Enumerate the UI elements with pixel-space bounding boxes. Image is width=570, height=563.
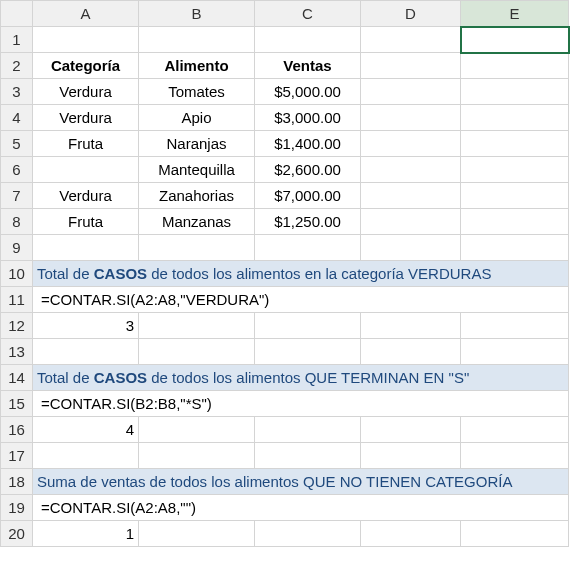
cell-E4[interactable] bbox=[461, 105, 569, 131]
cell-A9[interactable] bbox=[33, 235, 139, 261]
cell-C17[interactable] bbox=[255, 443, 361, 469]
cell-B12[interactable] bbox=[139, 313, 255, 339]
row-header-5[interactable]: 5 bbox=[1, 131, 33, 157]
cell-D16[interactable] bbox=[361, 417, 461, 443]
cell-D3[interactable] bbox=[361, 79, 461, 105]
cell-A6[interactable] bbox=[33, 157, 139, 183]
cell-C12[interactable] bbox=[255, 313, 361, 339]
cell-C9[interactable] bbox=[255, 235, 361, 261]
result-2[interactable]: 4 bbox=[33, 417, 139, 443]
col-header-E[interactable]: E bbox=[461, 1, 569, 27]
banner-1[interactable]: Total de CASOS de todos los alimentos en… bbox=[33, 261, 569, 287]
cell-D13[interactable] bbox=[361, 339, 461, 365]
cell-B4[interactable]: Apio bbox=[139, 105, 255, 131]
cell-E16[interactable] bbox=[461, 417, 569, 443]
formula-3[interactable]: =CONTAR.SI(A2:A8,"") bbox=[33, 495, 569, 521]
result-1[interactable]: 3 bbox=[33, 313, 139, 339]
cell-E17[interactable] bbox=[461, 443, 569, 469]
cell-A3[interactable]: Verdura bbox=[33, 79, 139, 105]
cell-C8[interactable]: $1,250.00 bbox=[255, 209, 361, 235]
banner-3[interactable]: Suma de ventas de todos los alimentos QU… bbox=[33, 469, 569, 495]
select-all-corner[interactable] bbox=[1, 1, 33, 27]
cell-A5[interactable]: Fruta bbox=[33, 131, 139, 157]
cell-C20[interactable] bbox=[255, 521, 361, 547]
cell-E3[interactable] bbox=[461, 79, 569, 105]
row-header-17[interactable]: 17 bbox=[1, 443, 33, 469]
row-header-2[interactable]: 2 bbox=[1, 53, 33, 79]
cell-B16[interactable] bbox=[139, 417, 255, 443]
cell-D20[interactable] bbox=[361, 521, 461, 547]
cell-E9[interactable] bbox=[461, 235, 569, 261]
row-header-7[interactable]: 7 bbox=[1, 183, 33, 209]
cell-A13[interactable] bbox=[33, 339, 139, 365]
cell-D5[interactable] bbox=[361, 131, 461, 157]
row-header-3[interactable]: 3 bbox=[1, 79, 33, 105]
row-header-6[interactable]: 6 bbox=[1, 157, 33, 183]
cell-D12[interactable] bbox=[361, 313, 461, 339]
col-header-C[interactable]: C bbox=[255, 1, 361, 27]
cell-D2[interactable] bbox=[361, 53, 461, 79]
cell-A8[interactable]: Fruta bbox=[33, 209, 139, 235]
cell-C1[interactable] bbox=[255, 27, 361, 53]
cell-C7[interactable]: $7,000.00 bbox=[255, 183, 361, 209]
row-header-16[interactable]: 16 bbox=[1, 417, 33, 443]
cell-A1[interactable] bbox=[33, 27, 139, 53]
cell-D4[interactable] bbox=[361, 105, 461, 131]
row-header-14[interactable]: 14 bbox=[1, 365, 33, 391]
cell-C16[interactable] bbox=[255, 417, 361, 443]
cell-E7[interactable] bbox=[461, 183, 569, 209]
cell-D1[interactable] bbox=[361, 27, 461, 53]
cell-C2[interactable]: Ventas bbox=[255, 53, 361, 79]
cell-E8[interactable] bbox=[461, 209, 569, 235]
row-header-1[interactable]: 1 bbox=[1, 27, 33, 53]
row-header-18[interactable]: 18 bbox=[1, 469, 33, 495]
row-header-10[interactable]: 10 bbox=[1, 261, 33, 287]
cell-A4[interactable]: Verdura bbox=[33, 105, 139, 131]
cell-B17[interactable] bbox=[139, 443, 255, 469]
cell-C3[interactable]: $5,000.00 bbox=[255, 79, 361, 105]
cell-B6[interactable]: Mantequilla bbox=[139, 157, 255, 183]
col-header-B[interactable]: B bbox=[139, 1, 255, 27]
cell-B8[interactable]: Manzanas bbox=[139, 209, 255, 235]
row-header-9[interactable]: 9 bbox=[1, 235, 33, 261]
cell-A2[interactable]: Categoría bbox=[33, 53, 139, 79]
cell-A7[interactable]: Verdura bbox=[33, 183, 139, 209]
result-3[interactable]: 1 bbox=[33, 521, 139, 547]
cell-E12[interactable] bbox=[461, 313, 569, 339]
formula-2[interactable]: =CONTAR.SI(B2:B8,"*S") bbox=[33, 391, 569, 417]
row-header-11[interactable]: 11 bbox=[1, 287, 33, 313]
cell-B5[interactable]: Naranjas bbox=[139, 131, 255, 157]
cell-B1[interactable] bbox=[139, 27, 255, 53]
cell-B3[interactable]: Tomates bbox=[139, 79, 255, 105]
cell-E13[interactable] bbox=[461, 339, 569, 365]
cell-C5[interactable]: $1,400.00 bbox=[255, 131, 361, 157]
cell-C4[interactable]: $3,000.00 bbox=[255, 105, 361, 131]
cell-B9[interactable] bbox=[139, 235, 255, 261]
cell-B2[interactable]: Alimento bbox=[139, 53, 255, 79]
banner-2[interactable]: Total de CASOS de todos los alimentos QU… bbox=[33, 365, 569, 391]
row-header-15[interactable]: 15 bbox=[1, 391, 33, 417]
row-header-19[interactable]: 19 bbox=[1, 495, 33, 521]
cell-D9[interactable] bbox=[361, 235, 461, 261]
row-header-20[interactable]: 20 bbox=[1, 521, 33, 547]
cell-D7[interactable] bbox=[361, 183, 461, 209]
cell-E1[interactable] bbox=[461, 27, 569, 53]
cell-D17[interactable] bbox=[361, 443, 461, 469]
cell-E20[interactable] bbox=[461, 521, 569, 547]
cell-A17[interactable] bbox=[33, 443, 139, 469]
col-header-D[interactable]: D bbox=[361, 1, 461, 27]
cell-E2[interactable] bbox=[461, 53, 569, 79]
row-header-4[interactable]: 4 bbox=[1, 105, 33, 131]
cell-D8[interactable] bbox=[361, 209, 461, 235]
cell-B20[interactable] bbox=[139, 521, 255, 547]
cell-B7[interactable]: Zanahorias bbox=[139, 183, 255, 209]
cell-E6[interactable] bbox=[461, 157, 569, 183]
row-header-8[interactable]: 8 bbox=[1, 209, 33, 235]
cell-E5[interactable] bbox=[461, 131, 569, 157]
cell-B13[interactable] bbox=[139, 339, 255, 365]
formula-1[interactable]: =CONTAR.SI(A2:A8,"VERDURA") bbox=[33, 287, 569, 313]
cell-D6[interactable] bbox=[361, 157, 461, 183]
row-header-12[interactable]: 12 bbox=[1, 313, 33, 339]
cell-C6[interactable]: $2,600.00 bbox=[255, 157, 361, 183]
col-header-A[interactable]: A bbox=[33, 1, 139, 27]
